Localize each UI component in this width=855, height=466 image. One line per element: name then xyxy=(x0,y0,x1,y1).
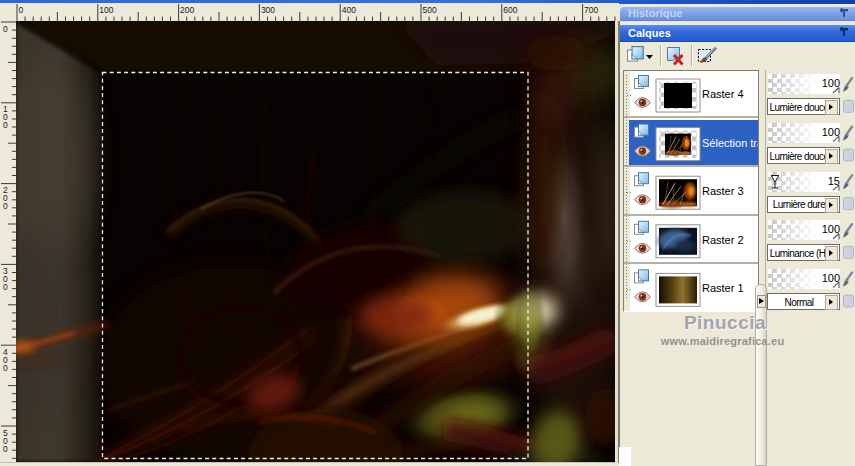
svg-text:300: 300 xyxy=(261,5,275,15)
svg-text:200: 200 xyxy=(180,5,194,15)
svg-text:0: 0 xyxy=(3,363,8,373)
svg-text:0: 0 xyxy=(3,444,8,454)
svg-text:0: 0 xyxy=(3,201,8,211)
svg-text:0: 0 xyxy=(3,24,8,34)
svg-text:100: 100 xyxy=(99,5,113,15)
svg-text:500: 500 xyxy=(423,5,437,15)
svg-text:400: 400 xyxy=(342,5,356,15)
svg-text:0: 0 xyxy=(3,120,8,130)
svg-text:0: 0 xyxy=(3,282,8,292)
svg-text:0: 0 xyxy=(19,5,24,15)
svg-text:600: 600 xyxy=(503,5,517,15)
svg-text:700: 700 xyxy=(584,5,598,15)
